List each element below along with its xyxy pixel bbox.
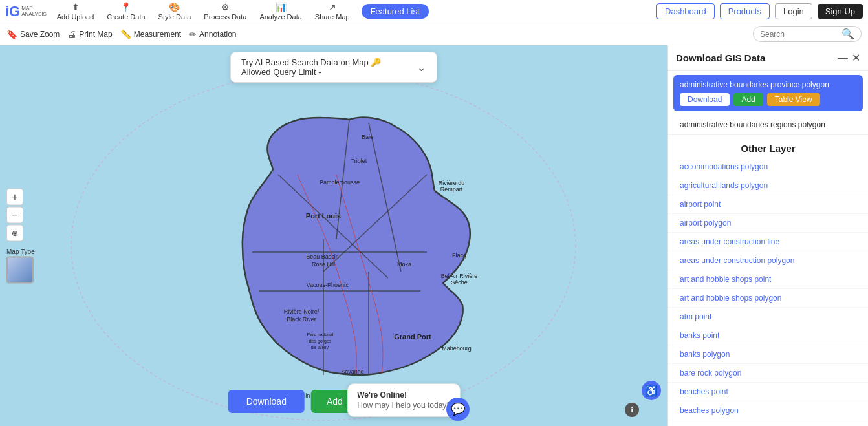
annotation-label: Annotation: [199, 30, 236, 39]
svg-text:Beau Bassin-: Beau Bassin-: [306, 253, 341, 260]
active-item-buttons: Download Add Table View: [680, 93, 856, 106]
active-download-button[interactable]: Download: [680, 93, 730, 106]
layer-item[interactable]: art and hobbie shops polygon: [668, 289, 868, 308]
layer-item[interactable]: airport polygon: [668, 214, 868, 233]
layer-item[interactable]: art and hobbie shops point: [668, 270, 868, 289]
ai-search-banner: Try AI Based Search Data on Map 🔑 Allowe…: [230, 52, 437, 83]
svg-text:Flacq: Flacq: [452, 252, 466, 259]
style-icon: 🎨: [169, 2, 180, 12]
chat-subtitle: How may I help you today?: [357, 401, 451, 410]
analyze-icon: 📊: [276, 2, 287, 12]
banner-collapse-arrow[interactable]: ⌄: [417, 60, 426, 74]
active-tableview-button[interactable]: Table View: [767, 93, 820, 106]
chat-widget: We're Online! How may I help you today? …: [347, 383, 461, 417]
nav-add-upload[interactable]: ⬆ Add Upload: [52, 1, 100, 22]
layer-list: accommodations polygonagricultural lands…: [668, 158, 868, 426]
info-icon[interactable]: ℹ: [625, 403, 639, 417]
print-map-tool[interactable]: 🖨 Print Map: [67, 29, 112, 39]
key-emoji: 🔑: [371, 58, 381, 67]
svg-text:Black River: Black River: [287, 316, 316, 323]
chat-bubble: We're Online! How may I help you today?: [347, 383, 461, 417]
zoom-in-button[interactable]: +: [6, 188, 23, 205]
layer-item[interactable]: accommodations polygon: [668, 158, 868, 176]
search-box[interactable]: 🔍: [753, 26, 862, 42]
layer-item[interactable]: bare rock polygon: [668, 364, 868, 383]
panel-title: Download GIS Data: [676, 52, 834, 63]
print-map-label: Print Map: [79, 30, 112, 39]
active-layer-item[interactable]: administrative boundaries province polyg…: [673, 75, 863, 111]
svg-text:Sèche: Sèche: [451, 279, 468, 286]
nav-share-map[interactable]: ↗ Share Map: [310, 1, 355, 22]
products-button[interactable]: Products: [720, 3, 770, 19]
nav-create-data[interactable]: 📍 Create Data: [102, 1, 150, 22]
panel-minimize-button[interactable]: —: [838, 52, 848, 64]
layer-item[interactable]: beaches polygon: [668, 401, 868, 420]
chat-icon-button[interactable]: 💬: [446, 398, 470, 421]
inactive-layer-item[interactable]: administrative boundaries regions polygo…: [668, 115, 868, 135]
map-type-label: Map Type: [6, 248, 35, 255]
featured-list-button[interactable]: Featured List: [362, 4, 429, 19]
other-layer-header: Other Layer: [668, 135, 868, 158]
print-icon: 🖨: [67, 29, 76, 39]
annotation-tool[interactable]: ✏ Annotation: [189, 29, 236, 39]
accessibility-icon[interactable]: ♿: [642, 381, 661, 400]
layer-item[interactable]: banks point: [668, 326, 868, 345]
upload-icon: ⬆: [72, 2, 80, 12]
login-button[interactable]: Login: [775, 3, 812, 19]
chat-title: We're Online!: [357, 390, 451, 399]
zoom-out-button[interactable]: −: [6, 206, 23, 223]
save-zoom-tool[interactable]: 🔖 Save Zoom: [6, 29, 60, 39]
logo-text: MAPANALYSIS: [21, 6, 47, 17]
layer-item[interactable]: areas under construction line: [668, 233, 868, 251]
panel-close-button[interactable]: ✕: [852, 52, 860, 64]
map-area[interactable]: Baie Triolet Pamplemousse Rivière du Rem…: [0, 45, 667, 426]
ai-banner-line1: Try AI Based Search Data on Map 🔑: [241, 58, 381, 67]
signup-button[interactable]: Sign Up: [818, 4, 863, 19]
panel-header: Download GIS Data — ✕: [668, 45, 868, 71]
svg-text:de la Riv.: de la Riv.: [311, 345, 330, 350]
measurement-icon: 📏: [120, 29, 131, 39]
nav-analyze-data[interactable]: 📊 Analyze Data: [254, 1, 307, 22]
layer-item[interactable]: agricultural lands polygon: [668, 176, 868, 195]
svg-text:Triolet: Triolet: [351, 158, 367, 164]
svg-text:Rivière Noire/: Rivière Noire/: [284, 308, 320, 315]
svg-text:Baie: Baie: [362, 134, 373, 140]
map-controls: + − ⊕ Map Type: [6, 188, 35, 283]
nav-label-upload: Add Upload: [57, 13, 94, 21]
map-type-thumbnail[interactable]: [6, 256, 34, 283]
search-input[interactable]: [760, 30, 838, 39]
svg-text:Rivière du: Rivière du: [439, 180, 465, 186]
search-icon: 🔍: [841, 28, 854, 40]
reset-button[interactable]: ⊕: [6, 224, 23, 241]
nav-style-data[interactable]: 🎨 Style Data: [153, 1, 197, 22]
map-svg: Baie Triolet Pamplemousse Rivière du Rem…: [0, 45, 667, 426]
svg-text:Moka: Moka: [397, 261, 411, 268]
layer-item[interactable]: beaches point: [668, 383, 868, 401]
svg-text:Grand Port: Grand Port: [394, 333, 431, 341]
svg-text:Mahébourg: Mahébourg: [442, 345, 472, 352]
create-icon: 📍: [120, 2, 131, 12]
svg-text:Bel Air Rivière: Bel Air Rivière: [441, 273, 478, 279]
layer-item[interactable]: atm point: [668, 308, 868, 326]
measurement-label: Measurement: [134, 30, 181, 39]
svg-text:des gorges: des gorges: [309, 339, 332, 344]
logo-area: iG MAPANALYSIS: [5, 5, 47, 19]
dashboard-button[interactable]: Dashboard: [656, 3, 715, 19]
annotation-icon: ✏: [189, 29, 197, 39]
logo-ig: iG: [5, 5, 20, 19]
active-add-button[interactable]: Add: [733, 93, 763, 106]
right-panel: Download GIS Data — ✕ administrative bou…: [667, 45, 868, 426]
active-item-label: administrative boundaries province polyg…: [680, 80, 856, 89]
download-main-button[interactable]: Download: [228, 390, 305, 413]
ai-banner-text: Try AI Based Search Data on Map 🔑 Allowe…: [241, 58, 381, 77]
svg-text:Rose Hill: Rose Hill: [312, 261, 335, 268]
nav-process-data[interactable]: ⚙ Process Data: [199, 1, 252, 22]
map-container: Baie Triolet Pamplemousse Rivière du Rem…: [0, 45, 667, 426]
measurement-tool[interactable]: 📏 Measurement: [120, 29, 181, 39]
layer-item[interactable]: banks polygon: [668, 345, 868, 364]
layer-item[interactable]: airport point: [668, 195, 868, 214]
layer-item[interactable]: bridleways line: [668, 420, 868, 426]
layer-item[interactable]: areas under construction polygon: [668, 251, 868, 270]
save-zoom-label: Save Zoom: [20, 30, 60, 39]
header-right: Dashboard Products Login Sign Up: [656, 3, 863, 19]
